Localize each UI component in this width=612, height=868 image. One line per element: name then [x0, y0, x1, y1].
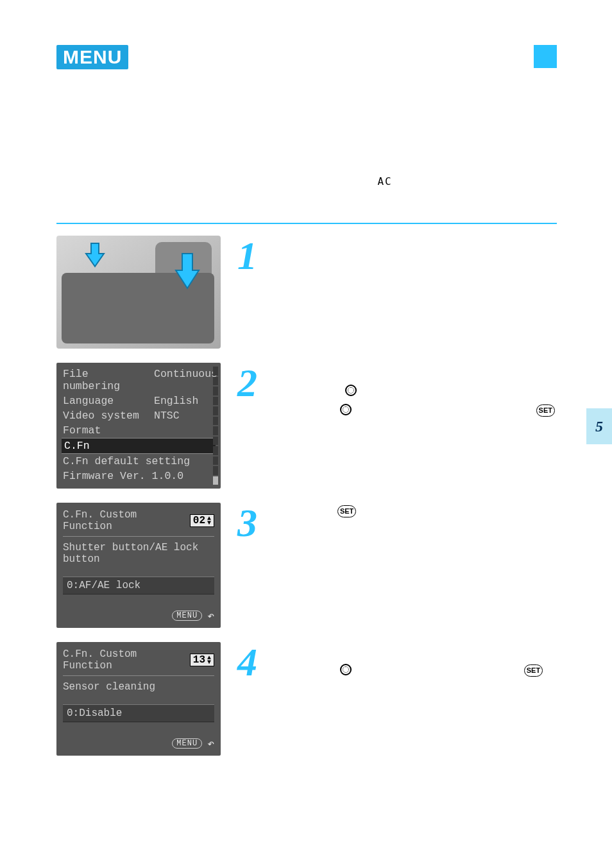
- step-4: C.Fn. Custom Function 13 ▲▼ Sensor clean…: [56, 642, 557, 756]
- insert-arrow-icon: [173, 252, 201, 290]
- menu-row: LanguageEnglish: [62, 394, 216, 408]
- menu-badge-icon: MENU: [56, 45, 128, 69]
- step-4-image: C.Fn. Custom Function 13 ▲▼ Sensor clean…: [56, 642, 221, 756]
- set-button-icon: SET: [337, 505, 356, 517]
- cfn-option: 0:AF/AE lock: [63, 577, 214, 595]
- note-row: Before cleaning the sensor, detach the l…: [56, 174, 557, 205]
- cfn-number-spinner: 13 ▲▼: [190, 654, 214, 666]
- steps: 1 Install a fully-charged battery pack o…: [56, 236, 557, 756]
- cfn-header-label: C.Fn. Custom Function: [63, 509, 190, 532]
- menu-row: Format: [62, 423, 216, 438]
- return-icon: ↶: [207, 736, 214, 751]
- menu-pill-icon: MENU: [172, 738, 202, 749]
- dial-icon: [345, 385, 357, 396]
- bullet-icon: [275, 666, 280, 672]
- step-4-lead: Select [C.Fn-13].: [275, 642, 557, 659]
- return-icon: ↶: [207, 609, 214, 623]
- battery-level-icon: AC: [377, 174, 392, 189]
- menu-row: Firmware Ver. 1.0.0: [62, 469, 216, 483]
- bullet-icon: [275, 387, 280, 392]
- step-number: 1: [237, 236, 266, 349]
- set-button-icon: SET: [536, 404, 555, 417]
- set-button-icon: SET: [524, 664, 543, 677]
- title-row: MENU Cleaning the Image Sensor: [56, 45, 557, 69]
- step-number: 2: [237, 363, 266, 489]
- cfn-name: Shutter button/AE lock button: [63, 542, 214, 565]
- insert-arrow-icon: [82, 242, 108, 268]
- page-title: Cleaning the Image Sensor: [137, 46, 384, 68]
- menu-row: File numberingContinuous: [62, 367, 216, 394]
- step-2-image: File numberingContinuous LanguageEnglish…: [56, 363, 221, 489]
- lcd-cfn: C.Fn. Custom Function 02 ▲▼ Shutter butt…: [56, 503, 221, 628]
- intro-text: The image sensor is like the film in a f…: [56, 87, 557, 155]
- step-2-lead: Select [C.Fn].: [275, 363, 557, 379]
- camera-illustration: [56, 236, 221, 349]
- lcd-menu: File numberingContinuous LanguageEnglish…: [56, 363, 221, 489]
- note-pre: Before cleaning the sensor, detach the l…: [77, 176, 377, 187]
- page-number: 117: [298, 837, 315, 849]
- cfn-number-spinner: 02 ▲▼: [190, 514, 214, 527]
- lcd-cfn: C.Fn. Custom Function 13 ▲▼ Sensor clean…: [56, 642, 221, 756]
- step-1-sub-text: The battery check icon must be □ (full) …: [275, 275, 532, 304]
- menu-row-selected: C.Fn: [62, 438, 216, 454]
- page-content: MENU Cleaning the Image Sensor The image…: [56, 45, 557, 770]
- chapter-tab: 5: [586, 408, 612, 444]
- cfn-header-label: C.Fn. Custom Function: [63, 648, 190, 672]
- chevron-updown-icon: ▲▼: [207, 655, 211, 664]
- corner-accent: [534, 45, 557, 68]
- menu-row: Video systemNTSC: [62, 408, 216, 423]
- step-3: C.Fn. Custom Function 02 ▲▼ Shutter butt…: [56, 503, 557, 628]
- step-1-image: [56, 236, 221, 349]
- step-3-lead: Press the < SET > button.: [275, 503, 407, 519]
- step-number: 3: [237, 503, 266, 628]
- divider: [56, 223, 557, 224]
- step-2-bullet-2: Turn the < > dial to select [ C.Fn ], th…: [275, 402, 557, 436]
- step-1-lead: Install a fully-charged battery pack or …: [275, 236, 557, 270]
- step-1-sub: The battery check icon must be □ (full) …: [275, 273, 557, 308]
- menu-row: C.Fn default setting: [62, 454, 216, 469]
- step-3-image: C.Fn. Custom Function 02 ▲▼ Shutter butt…: [56, 503, 221, 628]
- bullet-icon: [56, 177, 65, 186]
- step-4-bullet: Turn the < > dial to select [ 13 ], then…: [275, 662, 557, 679]
- dial-icon: [340, 404, 352, 415]
- scrollbar: [213, 367, 218, 485]
- step-1: 1 Install a fully-charged battery pack o…: [56, 236, 557, 349]
- dial-icon: [340, 664, 352, 675]
- chevron-updown-icon: ▲▼: [207, 516, 211, 525]
- arrow-icon: [273, 277, 282, 286]
- bullet-icon: [275, 406, 280, 412]
- menu-pill-icon: MENU: [172, 611, 202, 621]
- cfn-option: 0:Disable: [63, 704, 214, 722]
- step-2-bullet-1: Select the [ ] tab.: [275, 383, 557, 399]
- step-number: 4: [237, 642, 266, 756]
- step-2: File numberingContinuous LanguageEnglish…: [56, 363, 557, 489]
- note-text: Before cleaning the sensor, detach the l…: [77, 174, 557, 205]
- cfn-name: Sensor cleaning: [63, 681, 214, 693]
